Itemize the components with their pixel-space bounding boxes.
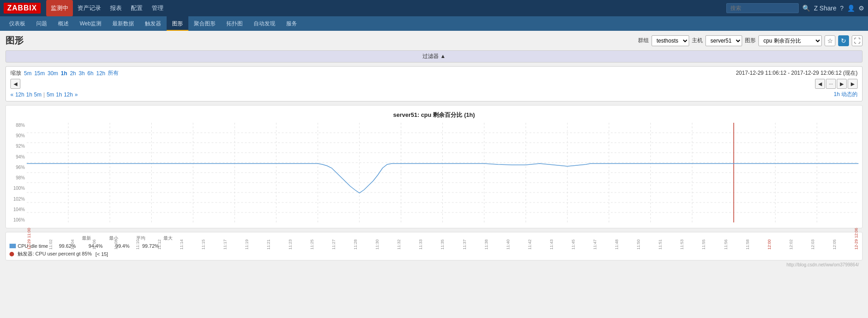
x-label-start: 12-29 11:00 bbox=[27, 225, 31, 250]
page-header: 图形 群组 testhosts 主机 server51 图形 cpu 剩余百分比… bbox=[5, 34, 863, 47]
ql-5m2[interactable]: 5m bbox=[47, 92, 54, 98]
chart-wrapper: 106% 104% 102% 100% 98% 96% 94% 92% 90% … bbox=[10, 123, 858, 222]
nav-latest[interactable]: 最新数据 bbox=[107, 16, 139, 31]
x-label-1205: 12:05 bbox=[832, 225, 837, 250]
x-label-1138: 11:38 bbox=[484, 225, 489, 250]
user-icon[interactable]: 👤 bbox=[847, 5, 855, 12]
x-label-1117: 11:17 bbox=[223, 225, 227, 250]
share-icon[interactable]: Z Share bbox=[814, 5, 836, 12]
nav-web[interactable]: Web监测 bbox=[74, 16, 107, 31]
dynamic-label[interactable]: 1h 动态的 bbox=[834, 91, 858, 98]
nav-overview[interactable]: 概述 bbox=[53, 16, 74, 31]
x-label-1153: 11:53 bbox=[680, 225, 684, 250]
ql-5m[interactable]: 5m bbox=[34, 92, 42, 98]
x-label-1110: 11:10 bbox=[135, 225, 140, 250]
time-controls: 缩放 5m 15m 30m 1h 2h 3h 6h 12h 所有 2017-12… bbox=[5, 66, 863, 101]
x-label-1108: 11:08 bbox=[114, 225, 118, 250]
favorite-btn[interactable]: ☆ bbox=[825, 35, 835, 46]
zoom-6h[interactable]: 6h bbox=[87, 70, 93, 77]
x-label-1123: 11:23 bbox=[288, 225, 293, 250]
x-label-1119: 11:19 bbox=[245, 225, 249, 250]
help-icon[interactable]: ? bbox=[840, 5, 844, 12]
x-label-1155: 11:55 bbox=[701, 225, 706, 250]
ql-1h2[interactable]: 1h bbox=[56, 92, 62, 98]
host-label: 主机 bbox=[692, 37, 703, 44]
ql-12h[interactable]: 12h bbox=[15, 92, 24, 98]
nav-dashboard[interactable]: 仪表板 bbox=[4, 16, 31, 31]
y-label-88: 88% bbox=[10, 123, 25, 128]
x-label-1133: 11:33 bbox=[418, 225, 423, 250]
watermark: http://blog.csdn.net/ww/om3799864/ bbox=[5, 260, 863, 269]
x-axis: 12-29 11:00 11:02 11:04 11:06 11:08 11:1… bbox=[27, 225, 858, 250]
fullscreen-btn[interactable]: ⛶ bbox=[852, 35, 863, 46]
trigger-dot bbox=[10, 252, 14, 256]
prev-arrow-btn[interactable]: ◀ bbox=[10, 79, 20, 89]
group-label: 群组 bbox=[638, 37, 649, 44]
zoom-30m[interactable]: 30m bbox=[48, 70, 58, 77]
zoom-all[interactable]: 所有 bbox=[108, 69, 119, 77]
nav-reports[interactable]: 报表 bbox=[106, 0, 126, 16]
page-title: 图形 bbox=[5, 34, 638, 47]
nav-graphs[interactable]: 图形 bbox=[167, 16, 188, 31]
nav-discovery[interactable]: 自动发现 bbox=[248, 16, 281, 31]
search-icon[interactable]: 🔍 bbox=[802, 5, 810, 12]
x-label-1125: 11:25 bbox=[310, 225, 314, 250]
zoom-5m[interactable]: 5m bbox=[24, 70, 32, 77]
ql-12h2[interactable]: 12h bbox=[64, 92, 73, 98]
host-select[interactable]: server51 bbox=[705, 35, 742, 46]
last-btn[interactable]: ▶ bbox=[848, 79, 858, 89]
trigger-label: 触发器: CPU user percent gt 85% bbox=[18, 251, 92, 257]
x-label-1127: 11:27 bbox=[331, 225, 336, 250]
search-input[interactable] bbox=[726, 3, 799, 13]
x-label-1143: 11:43 bbox=[549, 225, 554, 250]
y-label-94: 94% bbox=[10, 154, 25, 159]
nav-assets[interactable]: 资产记录 bbox=[73, 0, 106, 16]
dots-btn[interactable]: ··· bbox=[826, 79, 836, 89]
zoom-1h[interactable]: 1h bbox=[61, 70, 67, 77]
group-select[interactable]: testhosts bbox=[652, 35, 689, 46]
x-label-1156: 11:56 bbox=[724, 225, 728, 250]
nav-topology[interactable]: 拓扑图 bbox=[221, 16, 248, 31]
next-page-btn[interactable]: ▶ bbox=[837, 79, 847, 89]
filter-toggle-label: 过滤器 ▲ bbox=[422, 53, 446, 60]
zoom-controls: 缩放 5m 15m 30m 1h 2h 3h 6h 12h 所有 bbox=[10, 69, 119, 77]
y-label-92: 92% bbox=[10, 144, 25, 149]
y-axis: 106% 104% 102% 100% 98% 96% 94% 92% 90% … bbox=[10, 123, 27, 222]
page-content: 图形 群组 testhosts 主机 server51 图形 cpu 剩余百分比… bbox=[0, 31, 868, 273]
ql-1h[interactable]: 1h bbox=[26, 92, 32, 98]
nav-triggers[interactable]: 触发器 bbox=[139, 16, 167, 31]
filter-toggle-bar[interactable]: 过滤器 ▲ bbox=[5, 50, 863, 63]
nav-aggregate[interactable]: 聚合图形 bbox=[188, 16, 221, 31]
x-label-1106: 11:06 bbox=[92, 225, 96, 250]
x-label-1121: 11:21 bbox=[266, 225, 271, 250]
zoom-3h[interactable]: 3h bbox=[79, 70, 85, 77]
zoom-label: 缩放 bbox=[10, 69, 21, 77]
nav-config[interactable]: 配置 bbox=[126, 0, 147, 16]
zoom-12h[interactable]: 12h bbox=[96, 70, 105, 77]
nav-problems[interactable]: 问题 bbox=[31, 16, 53, 31]
x-label-1150: 11:50 bbox=[636, 225, 641, 250]
x-label-end: 12-29 12:06 bbox=[854, 225, 858, 250]
y-label-90: 90% bbox=[10, 133, 25, 138]
graph-select[interactable]: cpu 剩余百分比 bbox=[758, 35, 822, 46]
zoom-15m[interactable]: 15m bbox=[34, 70, 45, 77]
chart-title: server51: cpu 剩余百分比 (1h) bbox=[10, 111, 858, 119]
nav-monitor[interactable]: 监测中 bbox=[46, 0, 73, 16]
next-arrows-area: ◀ ··· ▶ ▶ bbox=[815, 79, 858, 89]
x-label-1140: 11:40 bbox=[506, 225, 510, 250]
prev-page-btn[interactable]: ◀ bbox=[815, 79, 825, 89]
ql-prev12h[interactable]: « bbox=[10, 92, 14, 98]
nav-admin[interactable]: 管理 bbox=[147, 0, 168, 16]
nav-services[interactable]: 服务 bbox=[281, 16, 302, 31]
settings-icon[interactable]: ⚙ bbox=[858, 5, 864, 12]
chart-container: server51: cpu 剩余百分比 (1h) 106% 104% 102% … bbox=[5, 105, 863, 228]
x-label-1151: 11:51 bbox=[658, 225, 662, 250]
x-label-1147: 11:47 bbox=[593, 225, 597, 250]
filter-controls: 群组 testhosts 主机 server51 图形 cpu 剩余百分比 ☆ … bbox=[638, 35, 863, 46]
refresh-btn[interactable]: ↻ bbox=[838, 35, 849, 46]
ql-next12h[interactable]: » bbox=[75, 92, 78, 98]
logo: ZABBIX bbox=[4, 3, 41, 14]
y-label-96: 96% bbox=[10, 165, 25, 170]
y-label-100: 100% bbox=[10, 186, 25, 191]
zoom-2h[interactable]: 2h bbox=[70, 70, 76, 77]
